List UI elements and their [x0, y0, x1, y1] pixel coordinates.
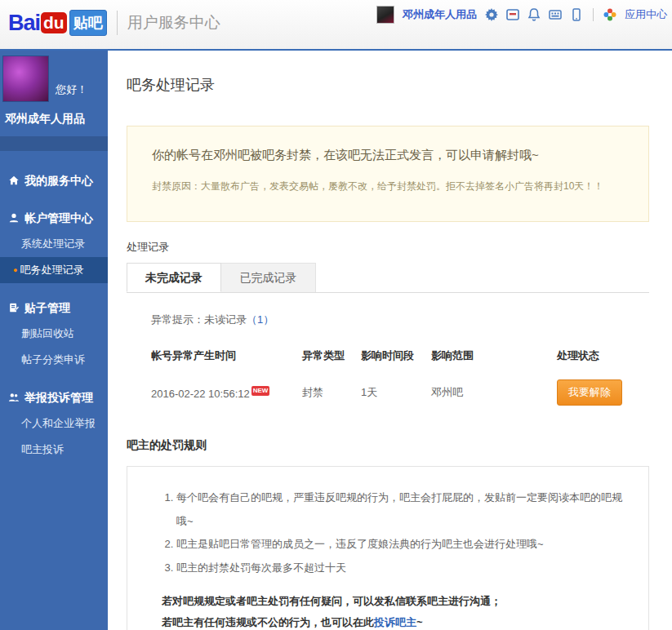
col-header-duration: 影响时间段	[361, 348, 431, 363]
sidebar-item-personal-enterprise-report[interactable]: 个人和企业举报	[0, 410, 108, 437]
logo-bai: Bai	[8, 11, 40, 36]
user-avatar[interactable]	[2, 55, 49, 102]
col-header-status: 处理状态	[557, 348, 649, 363]
app-center-link[interactable]: 应用中心	[625, 7, 667, 22]
app-center-icon[interactable]	[603, 8, 616, 21]
mobile-icon[interactable]	[570, 8, 583, 21]
ban-notice-box: 你的帐号在邓州吧被吧务封禁，在该吧无法正式发言，可以申请解封哦~ 封禁原因：大量…	[127, 126, 649, 222]
complain-bar-owner-link[interactable]: 投诉吧主	[374, 616, 416, 628]
record-time-cell: 2016-02-22 10:56:12NEW	[151, 386, 302, 400]
nav-label: 贴子管理	[24, 301, 70, 316]
keyboard-icon[interactable]	[549, 8, 562, 21]
nav-group-service-center: 我的服务中心	[0, 169, 108, 193]
tab-unfinished-records[interactable]: 未完成记录	[127, 263, 221, 292]
new-badge: NEW	[251, 386, 270, 396]
record-time: 2016-02-22 10:56:12	[151, 388, 250, 400]
sidebar-item-bar-admin-records[interactable]: 吧务处理记录	[0, 257, 108, 283]
records-panel: 异常提示：未读记录（1） 帐号异常产生时间 异常类型 影响时间段 影响范围 处理…	[127, 293, 649, 427]
ban-notice-detail: 封禁原因：大量散布广告，发表交易帖，屡教不改，给予封禁处罚。拒不去掉签名小广告将…	[152, 180, 624, 193]
record-duration-cell: 1天	[361, 385, 431, 400]
rule-item: 吧主是贴吧日常管理的成员之一，违反了度娘法典的行为吧主也会进行处理哦~	[176, 533, 627, 557]
rule-item: 每个吧会有自己的吧规，严重违反吧规的行为，吧主会打屁屁的，发贴前一定要阅读本吧的…	[176, 486, 627, 533]
active-item-dot-icon	[13, 264, 17, 276]
safe-icon[interactable]	[506, 8, 519, 21]
col-header-type: 异常类型	[302, 348, 361, 363]
rule-item: 吧主的封禁处罚每次最多不超过十天	[176, 557, 627, 580]
user-icon	[8, 212, 20, 226]
report-icon	[8, 392, 20, 406]
records-table: 帐号异常产生时间 异常类型 影响时间段 影响范围 处理状态 2016-02-22…	[151, 348, 649, 406]
nav-group-account: 帐户管理中心 系统处理记录 吧务处理记录	[0, 206, 108, 283]
top-header: Baidu 贴吧 用户服务中心 邓州成年人用品 应用中心	[0, 0, 672, 51]
tieba-logo-badge: 贴吧	[69, 10, 107, 36]
record-action-cell: 我要解除	[557, 379, 649, 406]
sidebar-item-post-management[interactable]: 贴子管理	[0, 296, 108, 321]
logo-divider	[117, 11, 118, 35]
sidebar-divider-band	[0, 136, 108, 151]
unban-request-button[interactable]: 我要解除	[557, 379, 622, 406]
sidebar-nav: 我的服务中心 帐户管理中心 系统处理记录 吧务处理记录 贴子管理 删贴回收站 帖…	[0, 151, 108, 463]
rules-box: 每个吧会有自己的吧规，严重违反吧规的行为，吧主会打屁屁的，发贴前一定要阅读本吧的…	[127, 466, 649, 630]
post-icon	[8, 302, 20, 316]
tab-finished-records[interactable]: 已完成记录	[221, 263, 316, 292]
sidebar-item-post-category-appeal[interactable]: 帖子分类申诉	[0, 347, 108, 373]
sidebar-item-account-management[interactable]: 帐户管理中心	[0, 206, 108, 231]
site-title: 用户服务中心	[127, 12, 220, 33]
rules-heading: 吧主的处罚规则	[127, 438, 649, 453]
sidebar-item-bar-owner-complaint[interactable]: 吧主投诉	[0, 437, 108, 463]
main-content: 吧务处理记录 你的帐号在邓州吧被吧务封禁，在该吧无法正式发言，可以申请解封哦~ …	[108, 51, 672, 630]
header-username-link[interactable]: 邓州成年人用品	[403, 7, 477, 22]
sidebar-username: 邓州成年人用品	[0, 102, 108, 136]
sidebar-item-deleted-post-recycle[interactable]: 删贴回收站	[0, 321, 108, 347]
rules-note-1: 若对吧规规定或者吧主处罚有任何疑问，可以发私信联系吧主进行沟通；	[162, 592, 627, 610]
greeting-text: 您好！	[56, 82, 87, 97]
unread-hint-label: 异常提示：未读记录	[151, 313, 247, 326]
sidebar: 您好！ 邓州成年人用品 我的服务中心 帐户管理中心 系统处理记录 吧务处理记录 …	[0, 51, 108, 630]
sidebar-item-report-management[interactable]: 举报投诉管理	[0, 386, 108, 410]
records-section-label: 处理记录	[127, 240, 649, 255]
header-avatar[interactable]	[376, 6, 394, 24]
rules-list: 每个吧会有自己的吧规，严重违反吧规的行为，吧主会打屁屁的，发贴前一定要阅读本吧的…	[139, 486, 627, 579]
record-scope-cell: 邓州吧	[431, 385, 557, 400]
home-icon	[8, 175, 20, 189]
page-title: 吧务处理记录	[127, 75, 649, 95]
sidebar-item-my-service-center[interactable]: 我的服务中心	[0, 169, 108, 193]
nav-group-posts: 贴子管理 删贴回收站 帖子分类申诉	[0, 296, 108, 373]
logo-du: du	[41, 12, 67, 33]
unread-count-link[interactable]: （1）	[247, 313, 274, 326]
bell-icon[interactable]	[527, 8, 541, 21]
rules-note-2-suffix: ~	[416, 616, 423, 628]
records-tabs: 未完成记录 已完成记录	[127, 263, 649, 293]
nav-group-report: 举报投诉管理 个人和企业举报 吧主投诉	[0, 386, 108, 463]
logo[interactable]: Baidu 贴吧 用户服务中心	[8, 10, 220, 36]
col-header-scope: 影响范围	[431, 348, 557, 363]
gear-icon[interactable]	[485, 8, 498, 21]
sidebar-item-system-records[interactable]: 系统处理记录	[0, 231, 108, 257]
profile-block: 您好！	[0, 51, 108, 102]
nav-label: 吧务处理记录	[20, 264, 83, 276]
nav-label: 帐户管理中心	[24, 211, 93, 226]
nav-label: 举报投诉管理	[24, 391, 93, 406]
unread-hint: 异常提示：未读记录（1）	[151, 313, 649, 327]
rules-note-2: 若吧主有任何违规或不公的行为，也可以在此投诉吧主~	[162, 614, 627, 630]
header-separator	[593, 8, 594, 21]
header-user-area: 邓州成年人用品 应用中心	[376, 5, 667, 24]
col-header-time: 帐号异常产生时间	[151, 348, 302, 363]
record-type-cell: 封禁	[302, 385, 361, 400]
nav-label: 我的服务中心	[24, 174, 93, 189]
ban-notice-title: 你的帐号在邓州吧被吧务封禁，在该吧无法正式发言，可以申请解封哦~	[152, 148, 624, 163]
rules-note-2-text: 若吧主有任何违规或不公的行为，也可以在此	[162, 616, 374, 628]
